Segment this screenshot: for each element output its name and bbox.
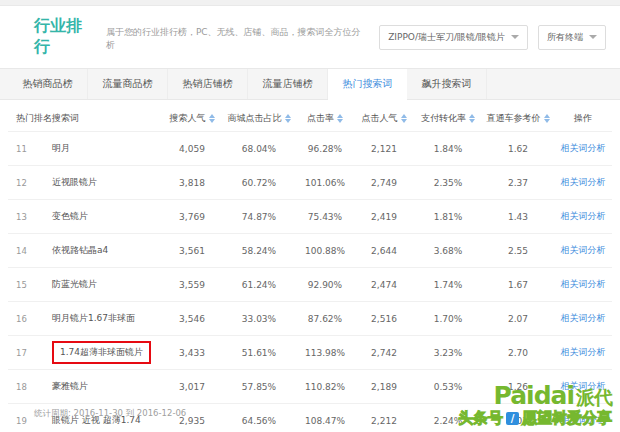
- table-row: 171.74超薄非球面镜片3,43351.61%113.98%2,7423.23…: [8, 336, 612, 370]
- related-words-link[interactable]: 相关词分析: [561, 347, 606, 357]
- pay-conversion-cell: 2.24%: [414, 404, 482, 432]
- keyword-cell: 变色镜片: [50, 200, 162, 234]
- table-row: 11明月4,05968.04%96.28%2,1211.84%1.62相关词分析: [8, 132, 612, 166]
- action-cell: 相关词分析: [554, 404, 612, 432]
- keyword-cell: 明月镜片1.67非球面: [50, 302, 162, 336]
- click-rate-cell: 92.90%: [296, 268, 354, 302]
- table-row: 13变色镜片3,76974.87%75.43%2,4191.81%1.43相关词…: [8, 200, 612, 234]
- keyword-text: 近视眼镜片: [52, 177, 97, 187]
- mall-click-ratio-cell: 60.72%: [222, 166, 296, 200]
- click-popularity-cell: 2,516: [354, 302, 414, 336]
- rank-cell: 17: [8, 336, 50, 370]
- keyword-cell: 明月: [50, 132, 162, 166]
- sort-icon[interactable]: [285, 114, 291, 123]
- sort-icon[interactable]: [469, 114, 475, 123]
- search-popularity-cell: 3,769: [162, 200, 222, 234]
- action-cell: 相关词分析: [554, 336, 612, 370]
- sort-icon[interactable]: [337, 114, 343, 123]
- click-popularity-cell: 2,212: [354, 404, 414, 432]
- pay-conversion-cell: 3.23%: [414, 336, 482, 370]
- ztc-price-cell: 1.26: [482, 370, 554, 404]
- page-title: 行业排行: [34, 16, 98, 58]
- ztc-price-cell: 1.62: [482, 132, 554, 166]
- table-row: 15防蓝光镜片3,55961.24%92.90%2,4741.74%1.67相关…: [8, 268, 612, 302]
- click-popularity-cell: 2,189: [354, 370, 414, 404]
- related-words-link[interactable]: 相关词分析: [561, 211, 606, 221]
- related-words-link[interactable]: 相关词分析: [561, 143, 606, 153]
- tab-traffic-products[interactable]: 流量商品榜: [88, 69, 168, 99]
- rank-cell: 13: [8, 200, 50, 234]
- tab-traffic-shops[interactable]: 流量店铺榜: [248, 69, 328, 99]
- related-words-link[interactable]: 相关词分析: [561, 245, 606, 255]
- keyword-cell: 近视眼镜片: [50, 166, 162, 200]
- action-cell: 相关词分析: [554, 370, 612, 404]
- keyword-text: 防蓝光镜片: [52, 279, 97, 289]
- col-header-click-rate[interactable]: 点击率: [296, 104, 354, 132]
- sort-icon[interactable]: [544, 114, 550, 123]
- rank-cell: 14: [8, 234, 50, 268]
- ztc-price-cell: 2.07: [482, 302, 554, 336]
- mall-click-ratio-cell: 57.85%: [222, 370, 296, 404]
- action-cell: 相关词分析: [554, 302, 612, 336]
- col-header-ztc-price[interactable]: 直通车参考价: [482, 104, 554, 132]
- pay-conversion-cell: 1.84%: [414, 132, 482, 166]
- keyword-text: 明月: [52, 143, 70, 153]
- rank-cell: 12: [8, 166, 50, 200]
- search-popularity-cell: 3,818: [162, 166, 222, 200]
- search-popularity-cell: 3,546: [162, 302, 222, 336]
- terminal-dropdown[interactable]: 所有终端: [538, 25, 606, 50]
- click-popularity-cell: 2,474: [354, 268, 414, 302]
- click-popularity-cell: 2,644: [354, 234, 414, 268]
- chevron-down-icon: [589, 35, 597, 39]
- ztc-price-cell: 2.37: [482, 166, 554, 200]
- ztc-price-cell: 2.70: [482, 336, 554, 370]
- table-row: 16明月镜片1.67非球面3,54633.03%87.62%2,5161.70%…: [8, 302, 612, 336]
- keyword-text: 豪雅镜片: [52, 381, 88, 391]
- click-rate-cell: 75.43%: [296, 200, 354, 234]
- table-row: 14依视路钻晶a43,56158.24%100.88%2,6443.68%2.5…: [8, 234, 612, 268]
- col-header-search-popularity[interactable]: 搜索人气: [162, 104, 222, 132]
- rank-cell: 16: [8, 302, 50, 336]
- industry-ranking-page: 行业排行 属于您的行业排行榜，PC、无线、店铺、商品，搜索词全方位分析 ZIPP…: [0, 0, 620, 432]
- mall-click-ratio-cell: 58.24%: [222, 234, 296, 268]
- col-header-keyword: 搜索词: [50, 104, 162, 132]
- related-words-link[interactable]: 相关词分析: [561, 313, 606, 323]
- click-rate-cell: 87.62%: [296, 302, 354, 336]
- sort-icon[interactable]: [209, 114, 215, 123]
- mall-click-ratio-cell: 68.04%: [222, 132, 296, 166]
- col-header-action: 操作: [554, 104, 612, 132]
- tab-hot-search-words[interactable]: 热门搜索词: [328, 69, 407, 100]
- terminal-dropdown-value: 所有终端: [547, 31, 583, 44]
- col-header-mall-click-ratio[interactable]: 商城点击占比: [222, 104, 296, 132]
- col-header-rank: 热门排名: [8, 104, 50, 132]
- tab-rising-search-words[interactable]: 飙升搜索词: [407, 69, 487, 99]
- category-dropdown[interactable]: ZIPPO/瑞士军刀/眼镜/眼镜片: [379, 25, 528, 50]
- chevron-down-icon: [511, 35, 519, 39]
- tab-hot-shops[interactable]: 热销店铺榜: [168, 69, 248, 99]
- search-popularity-cell: 3,559: [162, 268, 222, 302]
- tab-hot-products[interactable]: 热销商品榜: [8, 69, 88, 99]
- click-rate-cell: 100.88%: [296, 234, 354, 268]
- related-words-link[interactable]: 相关词分析: [561, 381, 606, 391]
- mall-click-ratio-cell: 61.24%: [222, 268, 296, 302]
- keyword-highlight-box: 1.74超薄非球面镜片: [52, 341, 151, 364]
- ztc-price-cell: 3.01: [482, 404, 554, 432]
- pay-conversion-cell: 1.81%: [414, 200, 482, 234]
- action-cell: 相关词分析: [554, 200, 612, 234]
- click-popularity-cell: 2,419: [354, 200, 414, 234]
- sort-icon[interactable]: [401, 114, 407, 123]
- col-header-pay-conversion[interactable]: 支付转化率: [414, 104, 482, 132]
- click-popularity-cell: 2,749: [354, 166, 414, 200]
- related-words-link[interactable]: 相关词分析: [561, 415, 606, 425]
- click-rate-cell: 101.06%: [296, 166, 354, 200]
- col-header-click-popularity[interactable]: 点击人气: [354, 104, 414, 132]
- related-words-link[interactable]: 相关词分析: [561, 279, 606, 289]
- keyword-cell: 1.74超薄非球面镜片: [50, 336, 162, 370]
- table-row: 12近视眼镜片3,81860.72%101.06%2,7492.35%2.37相…: [8, 166, 612, 200]
- keyword-cell: 豪雅镜片: [50, 370, 162, 404]
- keyword-cell: 依视路钻晶a4: [50, 234, 162, 268]
- pay-conversion-cell: 2.35%: [414, 166, 482, 200]
- related-words-link[interactable]: 相关词分析: [561, 177, 606, 187]
- category-dropdown-value: ZIPPO/瑞士军刀/眼镜/眼镜片: [388, 31, 505, 44]
- ztc-price-cell: 1.67: [482, 268, 554, 302]
